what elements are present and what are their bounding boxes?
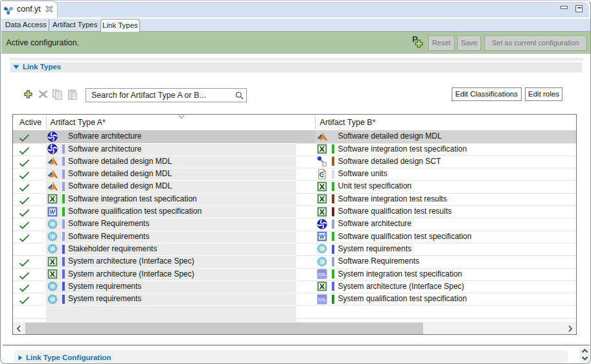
svg-text:XML: XML [318,272,327,277]
svg-text:XML: XML [318,297,327,301]
